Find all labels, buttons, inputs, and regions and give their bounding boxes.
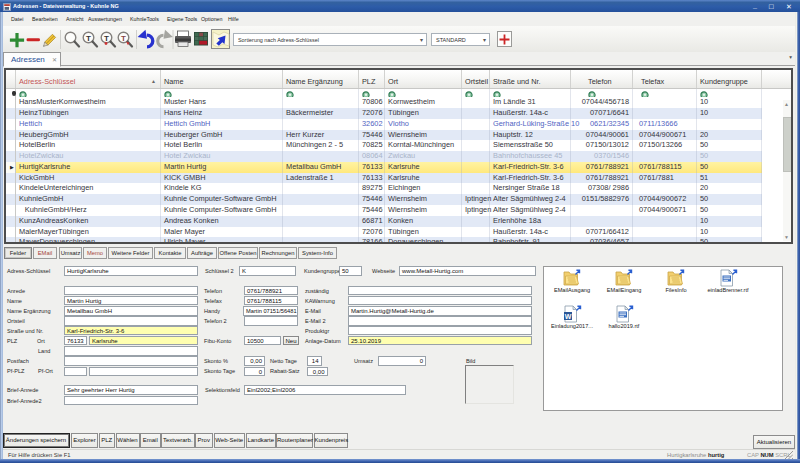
svg-text:W: W [565, 313, 572, 320]
svg-text:T: T [104, 34, 109, 43]
svg-text:T: T [121, 34, 126, 43]
svg-text:T: T [86, 34, 91, 43]
